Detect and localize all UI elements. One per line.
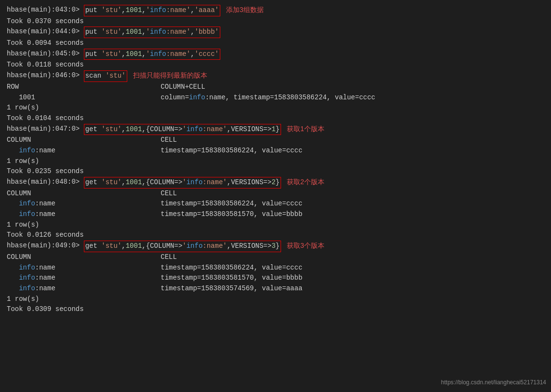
rows-047: 1 row(s): [7, 156, 39, 167]
terminal-window: hbase(main):043:0> put 'stu',1001,'info:…: [7, 5, 544, 315]
took-049: Took 0.0309 seconds: [7, 304, 544, 315]
rowkey-046: 1001: [15, 93, 161, 103]
block-049: hbase(main):049:0> get 'stu',1001,{COLUM…: [7, 241, 544, 315]
cmd-box-046: scan 'stu': [84, 70, 127, 82]
col-header-col1-048: COLUMN: [7, 189, 161, 199]
col-header-col2-048: CELL: [161, 189, 177, 199]
cmd-box-043: put 'stu',1001,'info:name','aaaa': [84, 5, 220, 16]
block-043: hbase(main):043:0> put 'stu',1001,'info:…: [7, 5, 544, 27]
prompt-044: hbase(main):044:0>: [7, 27, 84, 37]
line-049-data3: info:nametimestamp=1583803574569, value=…: [7, 284, 544, 294]
took-048-text: Took 0.0126 seconds: [7, 230, 84, 241]
cmd-box-049: get 'stu',1001,{COLUMN=>'info:name',VERS…: [84, 241, 281, 252]
col-header-col1-049: COLUMN: [7, 252, 161, 263]
prompt-043: hbase(main):043:0>: [7, 5, 84, 15]
block-047: hbase(main):047:0> get 'stu',1001,{COLUM…: [7, 124, 544, 177]
line-049-data1: info:nametimestamp=1583803586224, value=…: [7, 263, 544, 273]
line-047-rows: 1 row(s): [7, 156, 544, 167]
block-046: hbase(main):046:0> scan 'stu'扫描只能得到最新的版本…: [7, 70, 544, 123]
cell-049-1: timestamp=1583803586224, value=cccc: [161, 263, 302, 273]
annotation-043: 添加3组数据: [226, 5, 264, 15]
took-043: Took 0.0370 seconds: [7, 16, 544, 27]
line-046-data: 1001column=info:name, timestamp=15838035…: [7, 93, 544, 103]
took-048: Took 0.0126 seconds: [7, 230, 544, 241]
took-045-text: Took 0.0118 seconds: [7, 60, 84, 70]
annotation-048: 获取2个版本: [287, 177, 324, 188]
colkey-048-1: info:name: [15, 199, 161, 209]
rows-046: 1 row(s): [7, 103, 39, 113]
annotation-049: 获取3个版本: [287, 241, 324, 251]
line-046-prompt: hbase(main):046:0> scan 'stu'扫描只能得到最新的版本: [7, 70, 544, 82]
line-044-prompt: hbase(main):044:0> put 'stu',1001,'info:…: [7, 27, 544, 38]
cmd-box-048: get 'stu',1001,{COLUMN=>'info:name',VERS…: [84, 177, 281, 189]
colkey-047-1: info:name: [15, 146, 161, 156]
line-047-data1: info:nametimestamp=1583803586224, value=…: [7, 146, 544, 156]
colkey-049-1: info:name: [15, 263, 161, 273]
prompt-048: hbase(main):048:0>: [7, 177, 84, 188]
block-045: hbase(main):045:0> put 'stu',1001,'info:…: [7, 49, 544, 70]
prompt-047: hbase(main):047:0>: [7, 124, 84, 135]
cmd-box-047: get 'stu',1001,{COLUMN=>'info:name',VERS…: [84, 124, 281, 135]
col-header-col1-047: COLUMN: [7, 135, 161, 146]
took-043-text: Took 0.0370 seconds: [7, 16, 84, 27]
col-header-col2-047: CELL: [161, 135, 177, 146]
line-047-prompt: hbase(main):047:0> get 'stu',1001,{COLUM…: [7, 124, 544, 135]
line-049-prompt: hbase(main):049:0> get 'stu',1001,{COLUM…: [7, 241, 544, 252]
colkey-048-2: info:name: [15, 209, 161, 220]
rows-048: 1 row(s): [7, 220, 39, 230]
line-046-rows: 1 row(s): [7, 103, 544, 113]
took-047: Took 0.0235 seconds: [7, 166, 544, 177]
rows-049: 1 row(s): [7, 294, 39, 305]
line-049-col-header: COLUMNCELL: [7, 252, 544, 263]
cell-049-3: timestamp=1583803574569, value=aaaa: [161, 284, 302, 294]
cell-049-2: timestamp=1583803581570, value=bbbb: [161, 273, 302, 284]
cmd-box-044: put 'stu',1001,'info:name','bbbb': [84, 27, 220, 38]
took-049-text: Took 0.0309 seconds: [7, 304, 84, 315]
annotation-046: 扫描只能得到最新的版本: [133, 70, 207, 81]
cell-048-1: timestamp=1583803586224, value=cccc: [161, 199, 302, 209]
line-043-prompt: hbase(main):043:0> put 'stu',1001,'info:…: [7, 5, 544, 16]
took-046: Took 0.0104 seconds: [7, 113, 544, 124]
row-header-col1: ROW: [7, 82, 161, 93]
line-049-rows: 1 row(s): [7, 294, 544, 305]
cell-048-2: timestamp=1583803581570, value=bbbb: [161, 209, 302, 220]
prompt-046: hbase(main):046:0>: [7, 70, 84, 81]
took-046-text: Took 0.0104 seconds: [7, 113, 84, 124]
took-044-text: Took 0.0094 seconds: [7, 38, 84, 49]
colkey-049-3: info:name: [15, 284, 161, 294]
row-header-col2: COLUMN+CELL: [161, 82, 205, 93]
line-049-data2: info:nametimestamp=1583803581570, value=…: [7, 273, 544, 284]
line-048-rows: 1 row(s): [7, 220, 544, 230]
watermark: https://blog.csdn.net/lianghecai52171314: [441, 378, 546, 387]
line-046-header: ROWCOLUMN+CELL: [7, 82, 544, 93]
took-047-text: Took 0.0235 seconds: [7, 166, 84, 177]
line-048-data1: info:nametimestamp=1583803586224, value=…: [7, 199, 544, 209]
block-048: hbase(main):048:0> get 'stu',1001,{COLUM…: [7, 177, 544, 241]
prompt-045: hbase(main):045:0>: [7, 49, 84, 59]
annotation-047: 获取1个版本: [287, 124, 324, 135]
cmd-box-045: put 'stu',1001,'info:name','cccc': [84, 49, 220, 60]
cell-047-1: timestamp=1583803586224, value=cccc: [161, 146, 302, 156]
col-header-col2-049: CELL: [161, 252, 177, 263]
block-044: hbase(main):044:0> put 'stu',1001,'info:…: [7, 27, 544, 48]
took-044: Took 0.0094 seconds: [7, 38, 544, 49]
colkey-049-2: info:name: [15, 273, 161, 284]
line-047-col-header: COLUMNCELL: [7, 135, 544, 146]
cell-046: column=info:name, timestamp=158380358622…: [161, 93, 375, 103]
took-045: Took 0.0118 seconds: [7, 60, 544, 70]
line-048-col-header: COLUMNCELL: [7, 189, 544, 199]
line-048-data2: info:nametimestamp=1583803581570, value=…: [7, 209, 544, 220]
line-045-prompt: hbase(main):045:0> put 'stu',1001,'info:…: [7, 49, 544, 60]
prompt-049: hbase(main):049:0>: [7, 241, 84, 251]
line-048-prompt: hbase(main):048:0> get 'stu',1001,{COLUM…: [7, 177, 544, 189]
